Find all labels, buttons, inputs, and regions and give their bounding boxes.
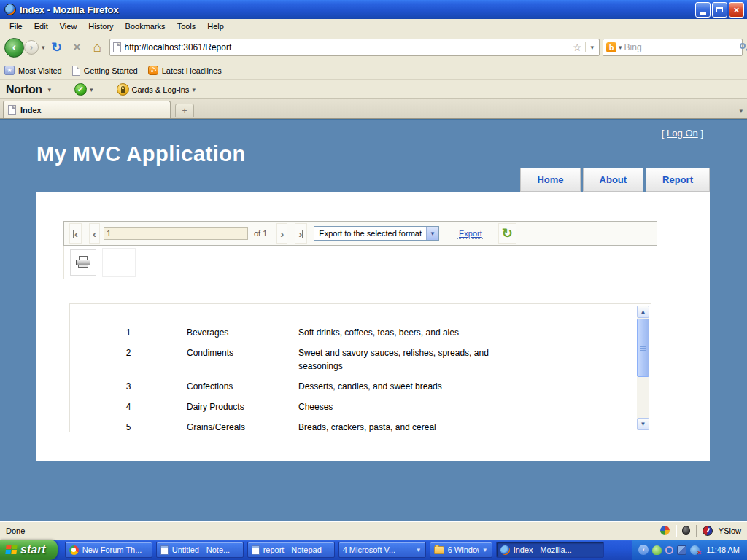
- menu-tools[interactable]: Tools: [172, 20, 201, 33]
- taskbar: start New Forum Th... Untitled - Note...…: [0, 540, 747, 560]
- notepad-icon: [160, 545, 169, 555]
- search-engine-dropdown-icon[interactable]: ▾: [619, 44, 622, 51]
- group-dropdown-icon: ▼: [416, 547, 422, 553]
- nav-about[interactable]: About: [583, 168, 644, 192]
- menu-view[interactable]: View: [55, 20, 82, 33]
- logon-link[interactable]: Log On: [667, 128, 698, 139]
- menu-help[interactable]: Help: [202, 20, 229, 33]
- addon-pinwheel-icon[interactable]: [660, 526, 670, 535]
- scroll-up-icon[interactable]: ▲: [637, 306, 649, 318]
- browser-viewport: [ Log On ] My MVC Application Home About…: [0, 119, 747, 521]
- back-button[interactable]: ‹: [4, 38, 24, 58]
- firebug-icon[interactable]: [682, 526, 690, 535]
- bookmark-most-visited[interactable]: ★ Most Visited: [4, 66, 62, 75]
- yslow-label[interactable]: YSlow: [719, 526, 741, 535]
- history-dropdown-icon[interactable]: ▾: [42, 44, 45, 51]
- report-body: 1 Beverages Soft drinks, coffees, teas, …: [69, 303, 651, 432]
- export-link[interactable]: Export: [457, 228, 484, 239]
- tray-collapse-icon[interactable]: ‹: [638, 545, 649, 555]
- window-title: Index - Mozilla Firefox: [20, 4, 695, 15]
- print-button[interactable]: [70, 249, 96, 276]
- bookmark-star-icon[interactable]: ☆: [573, 42, 582, 53]
- search-input[interactable]: [624, 42, 738, 52]
- menu-history[interactable]: History: [83, 20, 118, 33]
- url-bar[interactable]: ☆ ▾: [109, 39, 600, 56]
- start-button[interactable]: start: [0, 540, 58, 560]
- menu-file[interactable]: File: [4, 20, 28, 33]
- window-titlebar: Index - Mozilla Firefox ×: [0, 0, 747, 19]
- bookmark-getting-started[interactable]: Getting Started: [72, 66, 138, 76]
- yslow-gauge-icon[interactable]: [703, 526, 713, 536]
- status-text: Done: [6, 526, 660, 535]
- tray-network-icon[interactable]: [677, 545, 686, 555]
- url-dropdown-icon[interactable]: ▾: [585, 42, 596, 52]
- norton-status-dropdown-icon[interactable]: ▾: [90, 86, 93, 93]
- report-divider: [63, 284, 657, 284]
- table-row: 4 Dairy Products Cheeses: [70, 400, 651, 413]
- taskbar-group-explorer[interactable]: 6 Windows E... ▼: [430, 542, 492, 558]
- status-bar: Done YSlow: [0, 521, 747, 540]
- firefox-app-icon: [4, 4, 16, 15]
- report-scrollbar[interactable]: ▲ ▼: [637, 306, 649, 430]
- previous-page-button[interactable]: ‹: [89, 223, 100, 244]
- reload-button[interactable]: ↻: [48, 39, 66, 55]
- cards-dropdown-icon[interactable]: ▾: [192, 86, 196, 93]
- scroll-down-icon[interactable]: ▼: [637, 418, 649, 430]
- home-button[interactable]: ⌂: [89, 39, 107, 55]
- tray-disconnected-icon[interactable]: ×: [690, 545, 700, 555]
- group-dropdown-icon: ▼: [482, 547, 488, 553]
- close-button[interactable]: ×: [729, 2, 744, 18]
- minimize-button[interactable]: [695, 2, 711, 18]
- new-tab-button[interactable]: +: [175, 104, 194, 117]
- bookmarks-toolbar: ★ Most Visited Getting Started Latest He…: [0, 61, 747, 80]
- taskbar-item-report-notepad[interactable]: report - Notepad: [247, 542, 335, 558]
- refresh-icon: ↻: [502, 225, 513, 241]
- tray-links-icon[interactable]: [665, 546, 673, 554]
- nav-home[interactable]: Home: [520, 168, 580, 192]
- taskbar-item-untitled-notepad[interactable]: Untitled - Note...: [156, 542, 244, 558]
- windows-flag-icon: [5, 545, 17, 555]
- url-input[interactable]: [125, 42, 569, 52]
- bookmark-latest-headlines[interactable]: Latest Headlines: [148, 66, 222, 75]
- cards-logins-button[interactable]: Cards & Log-ins ▾: [117, 83, 196, 96]
- taskbar-item-forum[interactable]: New Forum Th...: [65, 542, 152, 558]
- next-page-button[interactable]: ›: [276, 223, 287, 244]
- table-row: 5 Grains/Cereals Breads, crackers, pasta…: [70, 421, 651, 434]
- search-box[interactable]: b ▾: [603, 39, 743, 56]
- toolbar-spacer-cell: [102, 248, 136, 277]
- logon-area: [ Log On ]: [662, 128, 703, 139]
- printer-icon: [76, 256, 90, 268]
- refresh-report-button[interactable]: ↻: [498, 223, 516, 244]
- norton-dropdown-icon[interactable]: ▾: [47, 86, 51, 93]
- menu-bookmarks[interactable]: Bookmarks: [120, 20, 171, 33]
- search-magnifier-icon[interactable]: [740, 43, 747, 52]
- export-format-select[interactable]: Export to the selected format ▼: [314, 226, 439, 241]
- scrollbar-thumb[interactable]: [637, 319, 649, 377]
- last-page-button[interactable]: ›: [295, 223, 307, 244]
- navigation-toolbar: ‹ › ▾ ↻ × ⌂ ☆ ▾ b ▾: [0, 34, 747, 61]
- site-page-icon: [113, 42, 121, 52]
- page-number-input[interactable]: [104, 227, 248, 240]
- restore-button[interactable]: [712, 2, 727, 18]
- page-title: My MVC Application: [36, 142, 246, 166]
- system-tray: ‹ × 11:48 AM: [632, 540, 747, 560]
- chrome-icon: [69, 545, 79, 555]
- norton-logo[interactable]: Norton: [6, 83, 42, 96]
- nav-report[interactable]: Report: [646, 168, 710, 192]
- menu-bar: File Edit View History Bookmarks Tools H…: [0, 19, 747, 34]
- stop-button[interactable]: ×: [69, 40, 86, 55]
- report-rows: 1 Beverages Soft drinks, coffees, teas, …: [70, 304, 651, 434]
- report-toolbar: ‹ ‹ of 1 › › Export to the selected form…: [63, 221, 657, 246]
- forward-button[interactable]: ›: [24, 40, 39, 55]
- taskbar-item-firefox[interactable]: Index - Mozilla...: [496, 542, 604, 558]
- select-dropdown-icon[interactable]: ▼: [426, 227, 438, 240]
- tray-messenger-icon[interactable]: [652, 545, 662, 555]
- taskbar-group-visual-studio[interactable]: 4 Microsoft V... ▼: [338, 542, 426, 558]
- norton-status-button[interactable]: ✓ ▾: [74, 83, 93, 96]
- first-page-button[interactable]: ‹: [69, 223, 82, 244]
- table-row: 1 Beverages Soft drinks, coffees, teas, …: [70, 326, 651, 339]
- menu-edit[interactable]: Edit: [29, 20, 53, 33]
- content-panel: ‹ ‹ of 1 › › Export to the selected form…: [36, 192, 710, 461]
- tab-list-dropdown-icon[interactable]: ▾: [739, 107, 743, 114]
- tab-index[interactable]: Index: [3, 101, 171, 118]
